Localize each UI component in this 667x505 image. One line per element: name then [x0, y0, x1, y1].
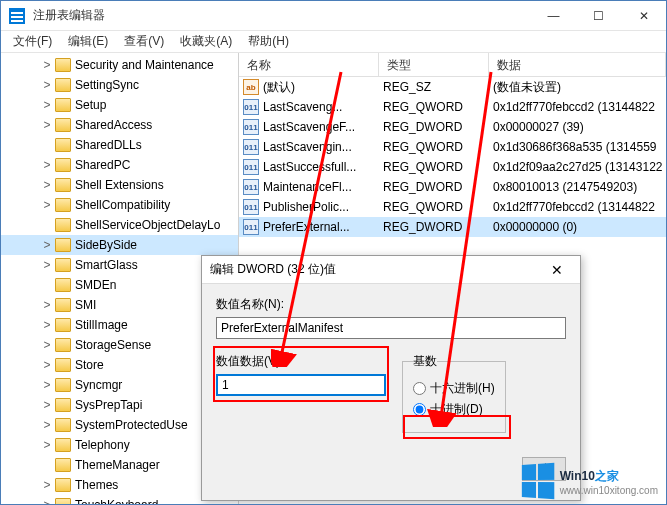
menu-help[interactable]: 帮助(H) — [240, 31, 297, 52]
expand-icon[interactable]: > — [41, 258, 53, 272]
close-button[interactable]: ✕ — [621, 1, 666, 31]
value-name-input[interactable] — [216, 317, 566, 339]
expand-icon[interactable]: > — [41, 78, 53, 92]
tree-item-label: SideBySide — [75, 238, 137, 252]
list-row[interactable]: 011LastScavengeF...REG_DWORD0x00000027 (… — [239, 117, 666, 137]
expand-icon[interactable]: > — [41, 478, 53, 492]
title-bar: 注册表编辑器 — ☐ ✕ — [1, 1, 666, 31]
value-name: LastScavengeF... — [263, 120, 355, 134]
value-type: REG_QWORD — [379, 160, 489, 174]
tree-item-label: SMI — [75, 298, 96, 312]
list-row[interactable]: ab(默认)REG_SZ(数值未设置) — [239, 77, 666, 97]
expand-icon[interactable]: > — [41, 238, 53, 252]
value-data: 0x80010013 (2147549203) — [489, 180, 666, 194]
tree-item-shell-extensions[interactable]: >Shell Extensions — [1, 175, 238, 195]
folder-icon — [55, 478, 71, 492]
expand-icon[interactable]: > — [41, 118, 53, 132]
column-name[interactable]: 名称 — [239, 53, 379, 76]
expand-icon[interactable]: > — [41, 298, 53, 312]
folder-icon — [55, 438, 71, 452]
expand-icon[interactable]: > — [41, 198, 53, 212]
folder-icon — [55, 138, 71, 152]
list-row[interactable]: 011PreferExternal...REG_DWORD0x00000000 … — [239, 217, 666, 237]
tree-item-label: SysPrepTapi — [75, 398, 142, 412]
folder-icon — [55, 458, 71, 472]
folder-icon — [55, 258, 71, 272]
expand-icon[interactable]: > — [41, 498, 53, 504]
folder-icon — [55, 198, 71, 212]
tree-item-sharedaccess[interactable]: >SharedAccess — [1, 115, 238, 135]
tree-item-label: SettingSync — [75, 78, 139, 92]
value-data: 0x00000000 (0) — [489, 220, 666, 234]
list-row[interactable]: 011LastSuccessfull...REG_QWORD0x1d2f09aa… — [239, 157, 666, 177]
value-name: PreferExternal... — [263, 220, 350, 234]
expand-icon[interactable]: > — [41, 178, 53, 192]
tree-item-label: Shell Extensions — [75, 178, 164, 192]
binary-value-icon: 011 — [243, 199, 259, 215]
menu-edit[interactable]: 编辑(E) — [60, 31, 116, 52]
dialog-titlebar[interactable]: 编辑 DWORD (32 位)值 ✕ — [202, 256, 580, 284]
menu-file[interactable]: 文件(F) — [5, 31, 60, 52]
folder-icon — [55, 218, 71, 232]
tree-item-security-and-maintenance[interactable]: >Security and Maintenance — [1, 55, 238, 75]
tree-item-label: StillImage — [75, 318, 128, 332]
base-legend: 基数 — [413, 353, 437, 370]
list-row[interactable]: 011LastScavengin...REG_QWORD0x1d30686f36… — [239, 137, 666, 157]
value-data: (数值未设置) — [489, 79, 666, 96]
expand-icon[interactable]: > — [41, 398, 53, 412]
tree-item-shellcompatibility[interactable]: >ShellCompatibility — [1, 195, 238, 215]
menu-favorites[interactable]: 收藏夹(A) — [172, 31, 240, 52]
expand-icon[interactable]: > — [41, 358, 53, 372]
folder-icon — [55, 78, 71, 92]
value-type: REG_SZ — [379, 80, 489, 94]
value-data-input[interactable] — [216, 374, 386, 396]
list-row[interactable]: 011LastScaveng...REG_QWORD0x1d2ff770febc… — [239, 97, 666, 117]
tree-item-shellserviceobjectdelaylo[interactable]: ShellServiceObjectDelayLo — [1, 215, 238, 235]
folder-icon — [55, 238, 71, 252]
tree-item-label: Telephony — [75, 438, 130, 452]
tree-item-label: Store — [75, 358, 104, 372]
value-name: LastScavengin... — [263, 140, 352, 154]
folder-icon — [55, 498, 71, 504]
expand-icon[interactable]: > — [41, 58, 53, 72]
expand-icon[interactable]: > — [41, 418, 53, 432]
value-data: 0x1d30686f368a535 (1314559 — [489, 140, 666, 154]
radix-dec-radio[interactable] — [413, 403, 426, 416]
list-row[interactable]: 011PublisherPolic...REG_QWORD0x1d2ff770f… — [239, 197, 666, 217]
tree-item-settingsync[interactable]: >SettingSync — [1, 75, 238, 95]
dialog-close-button[interactable]: ✕ — [542, 262, 572, 278]
value-name: LastSuccessfull... — [263, 160, 356, 174]
expand-icon[interactable]: > — [41, 338, 53, 352]
tree-item-shareddlls[interactable]: SharedDLLs — [1, 135, 238, 155]
tree-item-label: Setup — [75, 98, 106, 112]
watermark: Win10之家 www.win10xitong.com — [520, 464, 658, 498]
binary-value-icon: 011 — [243, 119, 259, 135]
value-data-label: 数值数据(V): — [216, 353, 386, 370]
tree-item-sidebyside[interactable]: >SideBySide — [1, 235, 238, 255]
folder-icon — [55, 398, 71, 412]
expand-icon[interactable]: > — [41, 378, 53, 392]
column-data[interactable]: 数据 — [489, 53, 666, 76]
value-type: REG_DWORD — [379, 220, 489, 234]
expand-icon[interactable]: > — [41, 318, 53, 332]
folder-icon — [55, 178, 71, 192]
value-name-label: 数值名称(N): — [216, 296, 566, 313]
tree-item-label: ShellCompatibility — [75, 198, 170, 212]
list-row[interactable]: 011MaintenanceFl...REG_DWORD0x80010013 (… — [239, 177, 666, 197]
menu-view[interactable]: 查看(V) — [116, 31, 172, 52]
maximize-button[interactable]: ☐ — [576, 1, 621, 31]
column-type[interactable]: 类型 — [379, 53, 489, 76]
radix-dec-label: 十进制(D) — [430, 401, 483, 418]
radix-hex-radio[interactable] — [413, 382, 426, 395]
minimize-button[interactable]: — — [531, 1, 576, 31]
radix-hex-label: 十六进制(H) — [430, 380, 495, 397]
expand-icon[interactable]: > — [41, 158, 53, 172]
window-title: 注册表编辑器 — [33, 7, 531, 24]
expand-icon[interactable]: > — [41, 438, 53, 452]
value-data: 0x1d2ff770febccd2 (13144822 — [489, 100, 666, 114]
tree-item-sharedpc[interactable]: >SharedPC — [1, 155, 238, 175]
folder-icon — [55, 378, 71, 392]
tree-item-setup[interactable]: >Setup — [1, 95, 238, 115]
value-type: REG_QWORD — [379, 140, 489, 154]
expand-icon[interactable]: > — [41, 98, 53, 112]
